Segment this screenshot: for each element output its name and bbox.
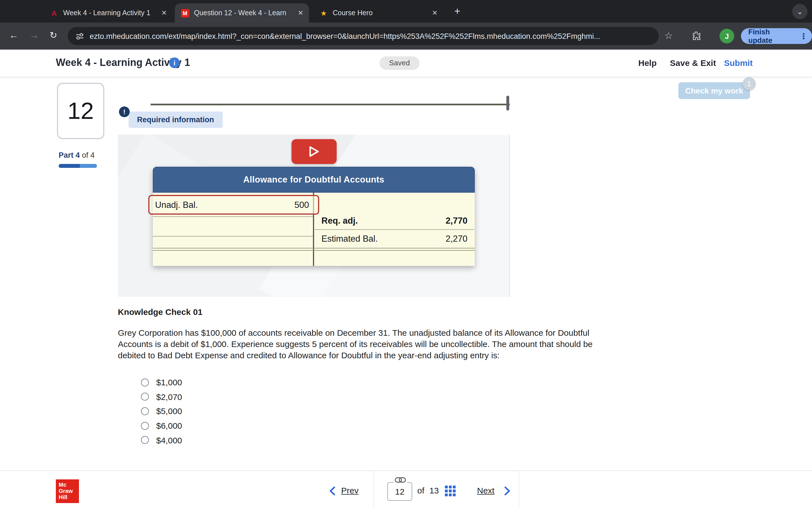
arizona-favicon-icon: A <box>50 8 59 17</box>
t-account-body: Unadj. Bal. 500 Req. adj. 2,770 Estimate… <box>153 193 475 266</box>
radio-button-icon[interactable] <box>141 407 149 415</box>
part-progress-bar <box>59 164 97 168</box>
logo-line: Hill <box>59 494 79 500</box>
frame-scrollbar-thumb[interactable] <box>506 96 509 110</box>
finish-update-label: Finish update <box>748 27 795 45</box>
answer-option-5[interactable]: $4,000 <box>141 433 182 447</box>
link-chain-icon <box>394 475 407 486</box>
total-pages: 13 <box>429 486 439 495</box>
ruling-line <box>153 216 313 217</box>
footer-separator <box>519 471 519 507</box>
radio-button-icon[interactable] <box>141 421 149 430</box>
answer-options: $1,000 $2,070 $5,000 $6,000 $4,000 <box>141 375 182 447</box>
ruling-line <box>153 236 313 237</box>
reload-icon[interactable]: ↻ <box>50 30 57 41</box>
info-icon[interactable]: i <box>169 57 180 68</box>
option-label: $2,070 <box>156 392 182 402</box>
video-play-button[interactable] <box>292 139 337 164</box>
course-hero-favicon-icon: ★ <box>319 8 328 17</box>
tab-title: Question 12 - Week 4 - Learn <box>194 9 291 17</box>
mcgraw-hill-favicon-icon: M <box>181 8 190 17</box>
answer-option-2[interactable]: $2,070 <box>141 390 182 404</box>
t-account-figure: Allowance for Doubtful Accounts Unadj. B… <box>153 167 475 266</box>
new-tab-button[interactable]: + <box>451 6 463 18</box>
activity-header: Week 4 - Learning Activity 1 i Saved Hel… <box>0 50 812 76</box>
browser-menu-kebab-icon[interactable]: ⋮ <box>800 32 808 41</box>
required-exclaim-icon: ! <box>119 107 130 117</box>
profile-avatar[interactable]: J <box>719 29 734 43</box>
unadjusted-balance-highlight: Unadj. Bal. 500 <box>148 195 319 215</box>
radio-button-icon[interactable] <box>141 393 149 401</box>
play-triangle-icon <box>308 145 320 158</box>
saved-status-badge: Saved <box>379 56 419 70</box>
radio-button-icon[interactable] <box>141 436 149 444</box>
browser-tab-1[interactable]: A Week 4 - Learning Activity 1 ✕ <box>44 3 172 22</box>
question-map-grid-icon[interactable] <box>445 486 456 496</box>
part-suffix: of 4 <box>80 151 95 159</box>
answer-option-1[interactable]: $1,000 <box>141 375 182 390</box>
logo-line: Graw <box>59 488 79 494</box>
footer-divider <box>0 470 812 471</box>
of-label: of <box>417 486 424 495</box>
submit-link[interactable]: Submit <box>724 58 753 68</box>
tab-title: Week 4 - Learning Activity 1 <box>63 9 154 17</box>
help-link[interactable]: Help <box>638 58 657 68</box>
footer-separator <box>373 471 374 507</box>
double-ruling-line <box>153 248 475 251</box>
logo-line: Mc <box>59 482 79 488</box>
browser-tab-3[interactable]: ★ Course Hero ✕ <box>313 3 443 22</box>
save-and-exit-link[interactable]: Save & Exit <box>670 58 716 68</box>
radio-button-icon[interactable] <box>141 379 149 386</box>
previous-content-edge <box>151 94 510 105</box>
screen: A Week 4 - Learning Activity 1 ✕ M Quest… <box>0 0 812 507</box>
prev-button[interactable]: Prev <box>341 486 359 495</box>
option-label: $5,000 <box>156 406 182 416</box>
unadjusted-balance-label: Unadj. Bal. <box>155 200 198 210</box>
part-label: Part 4 <box>59 151 80 159</box>
option-label: $4,000 <box>156 435 182 445</box>
estimated-balance-value: 2,270 <box>446 233 467 244</box>
part-progress-label: Part 4 of 4 <box>59 151 95 159</box>
required-information-badge: Required information <box>129 112 222 128</box>
browser-toolbar: ← → ↻ ezto.mheducation.com/ext/map/index… <box>0 22 812 50</box>
browser-tab-2-active[interactable]: M Question 12 - Week 4 - Learn ✕ <box>175 3 309 22</box>
address-bar[interactable]: ezto.mheducation.com/ext/map/index.html?… <box>68 27 659 45</box>
prev-chevron-icon[interactable] <box>329 486 336 498</box>
check-my-work-button[interactable]: Check my work <box>678 82 750 99</box>
bookmark-star-icon[interactable]: ☆ <box>664 30 673 42</box>
tab-title: Course Hero <box>333 9 425 17</box>
required-adjustment-row: Req. adj. 2,770 <box>315 211 474 230</box>
question-number-box: 12 <box>57 83 104 139</box>
tab-search-chevron-icon[interactable]: ⌄ <box>792 4 808 19</box>
unadjusted-balance-value: 500 <box>294 200 309 210</box>
knowledge-check-heading: Knowledge Check 01 <box>118 307 202 317</box>
required-adjustment-value: 2,770 <box>446 216 467 226</box>
site-settings-icon[interactable] <box>75 32 84 40</box>
required-adjustment-label: Req. adj. <box>321 216 358 226</box>
page-count: of 13 <box>417 486 439 495</box>
answer-option-3[interactable]: $5,000 <box>141 404 182 418</box>
next-chevron-icon[interactable] <box>504 486 511 498</box>
close-tab-icon[interactable]: ✕ <box>430 8 440 18</box>
extensions-puzzle-icon[interactable] <box>691 31 701 43</box>
mcgraw-hill-logo: Mc Graw Hill <box>56 480 79 503</box>
lecture-media-panel: Allowance for Doubtful Accounts Unadj. B… <box>118 135 510 297</box>
option-label: $6,000 <box>156 421 182 431</box>
browser-tab-strip: A Week 4 - Learning Activity 1 ✕ M Quest… <box>0 0 812 22</box>
question-text: Grey Corporation has $100,000 of account… <box>118 327 621 361</box>
close-tab-icon[interactable]: ✕ <box>296 8 306 18</box>
next-button[interactable]: Next <box>477 486 495 495</box>
answer-option-4[interactable]: $6,000 <box>141 418 182 433</box>
back-icon[interactable]: ← <box>9 30 18 41</box>
estimated-balance-label: Estimated Bal. <box>321 233 378 244</box>
forward-icon[interactable]: → <box>29 30 39 41</box>
check-my-work-count-badge: 1 <box>743 77 756 90</box>
option-label: $1,000 <box>156 378 182 387</box>
url-text: ezto.mheducation.com/ext/map/index.html?… <box>90 32 600 40</box>
t-account-title: Allowance for Doubtful Accounts <box>153 167 475 193</box>
finish-update-button[interactable]: Finish update ⋮ <box>741 28 812 44</box>
estimated-balance-row: Estimated Bal. 2,270 <box>315 229 474 248</box>
close-tab-icon[interactable]: ✕ <box>159 8 169 18</box>
